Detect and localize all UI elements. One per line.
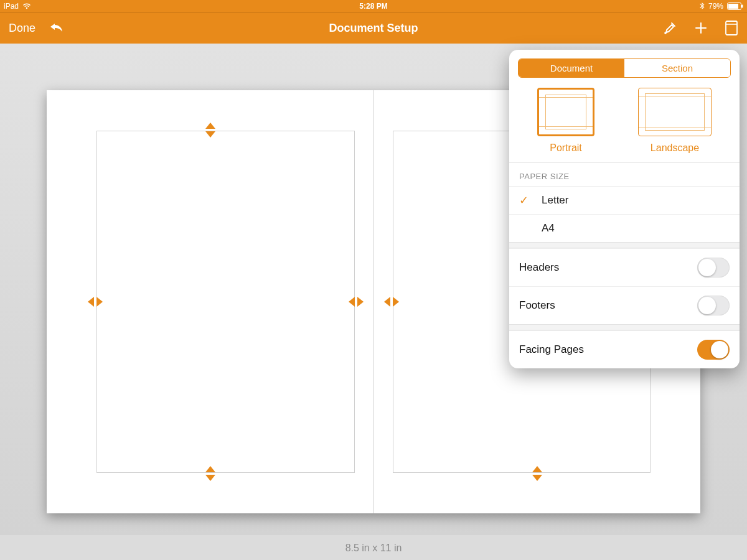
toggle-row-facing-pages: Facing Pages	[509, 330, 740, 368]
toggle-label: Headers	[519, 261, 559, 274]
paper-size-label: A4	[542, 222, 555, 235]
battery-icon	[727, 2, 743, 10]
toggle-label: Facing Pages	[519, 343, 584, 356]
page-dimensions-label: 8.5 in x 11 in	[0, 543, 747, 554]
status-time: 5:28 PM	[359, 2, 387, 11]
add-button[interactable]	[693, 21, 708, 35]
toggle-row-footers: Footers	[509, 286, 740, 324]
orientation-row: Portrait Landscape	[509, 84, 740, 162]
check-icon: ✓	[519, 194, 529, 207]
nav-bar: Done Document Setup	[0, 12, 747, 44]
battery-percent: 79%	[708, 2, 723, 11]
tab-document[interactable]: Document	[519, 59, 624, 77]
popover-tabs: Document Section	[518, 58, 731, 78]
margin-handle-right[interactable]	[349, 297, 364, 307]
paper-size-header: PAPER SIZE	[509, 162, 740, 186]
orientation-portrait-label: Portrait	[537, 142, 594, 154]
toggle-label: Footers	[519, 299, 555, 312]
nav-left: Done	[9, 22, 65, 35]
format-brush-button[interactable]	[662, 21, 677, 35]
wifi-icon	[22, 3, 31, 9]
nav-right	[662, 20, 738, 36]
status-right: 79%	[700, 2, 743, 11]
margin-handle-left[interactable]	[384, 297, 399, 307]
margin-handle-bottom[interactable]	[205, 466, 215, 481]
facing-pages-toggle[interactable]	[697, 340, 730, 360]
svg-rect-3	[726, 21, 737, 35]
headers-toggle[interactable]	[697, 258, 730, 278]
orientation-landscape[interactable]: Landscape	[638, 88, 712, 154]
document-options-button[interactable]	[725, 20, 738, 36]
ios-status-bar: iPad 5:28 PM 79%	[0, 0, 747, 12]
bluetooth-icon	[700, 2, 705, 10]
paper-size-option-letter[interactable]: ✓ Letter	[509, 186, 740, 214]
footers-toggle[interactable]	[697, 296, 730, 315]
tab-section[interactable]: Section	[624, 59, 730, 77]
svg-rect-2	[741, 5, 743, 8]
margin-handle-left[interactable]	[88, 297, 103, 307]
margin-handle-bottom[interactable]	[532, 466, 542, 481]
device-label: iPad	[4, 2, 19, 11]
undo-button[interactable]	[49, 22, 65, 34]
toggle-row-headers: Headers	[509, 248, 740, 286]
margin-handle-top[interactable]	[205, 123, 215, 138]
done-button[interactable]: Done	[9, 22, 35, 35]
status-left: iPad	[4, 2, 31, 11]
svg-rect-1	[728, 4, 738, 9]
document-options-popover: Document Section Portrait Landscape PAPE…	[509, 50, 740, 368]
paper-size-option-a4[interactable]: A4	[509, 214, 740, 242]
page-left[interactable]	[47, 90, 374, 513]
orientation-landscape-label: Landscape	[638, 142, 712, 154]
orientation-portrait[interactable]: Portrait	[537, 88, 594, 154]
paper-size-label: Letter	[542, 194, 568, 207]
page-title: Document Setup	[329, 22, 418, 35]
margin-guides	[96, 131, 355, 473]
